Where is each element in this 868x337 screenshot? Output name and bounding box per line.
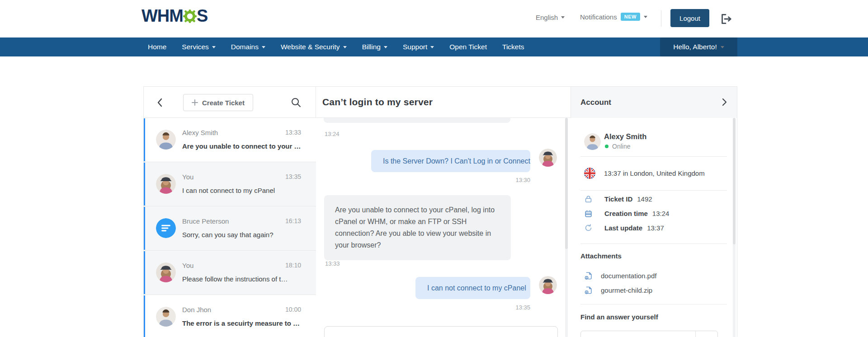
ticket-list-item[interactable]: Bruce Peterson 16:13 Sorry, can you say … [144, 206, 316, 250]
language-selector[interactable]: English [536, 14, 565, 21]
info-value: 13:24 [652, 210, 670, 217]
nav-label: Open Ticket [449, 43, 487, 51]
divider [580, 304, 727, 304]
unread-accent-bar [144, 295, 145, 337]
scrollbar-thumb[interactable] [733, 118, 736, 244]
message-time: 13:33 [325, 260, 340, 267]
account-user-name: Alexy Smith [604, 132, 646, 141]
scrollbar-thumb[interactable] [565, 118, 568, 249]
nav-label: Home [148, 43, 166, 51]
message-bubble-outgoing: Is the Server Down? I Can't Log in or Co… [371, 150, 530, 172]
uk-flag-icon [584, 168, 595, 179]
attachments-title: Attachments [580, 252, 622, 260]
chat-title: Can’t login to my server [322, 97, 433, 108]
accent-bar [144, 251, 145, 294]
attachment-link[interactable]: gourmet-child.zip [584, 286, 652, 295]
chevron-down-icon [384, 46, 387, 48]
nav-item-tickets[interactable]: Tickets [502, 43, 524, 51]
chevron-down-icon [644, 16, 647, 18]
notifications-menu[interactable]: Notifications NEW [580, 13, 647, 21]
info-label: Last update [604, 224, 642, 232]
ticket-sender: Don Jhon [182, 306, 211, 314]
ticket-preview: I can not connect to my cPanel [182, 187, 275, 194]
nav-item-website-security[interactable]: Website & Security [281, 43, 347, 51]
nav-item-support[interactable]: Support [403, 43, 434, 51]
user-menu[interactable]: Hello, Alberto! [660, 37, 737, 56]
info-value: 13:37 [647, 224, 664, 232]
chevron-down-icon [430, 46, 434, 48]
gear-icon [183, 9, 197, 23]
ticket-list-item[interactable]: Alexy Smith 13:33 Are you unable to conn… [144, 118, 316, 162]
ticket-list: Alexy Smith 13:33 Are you unable to conn… [144, 118, 316, 337]
whmcs-logo[interactable]: WHM S [142, 6, 208, 26]
avatar [539, 149, 557, 167]
logout-button[interactable]: Logout [670, 9, 709, 27]
nav-item-open-ticket[interactable]: Open Ticket [449, 43, 487, 51]
back-icon[interactable] [156, 97, 165, 110]
ticket-list-item[interactable]: Don Jhon 10:00 The error is a secuirty m… [144, 295, 316, 337]
support-ticket-widget: Create Ticket Can’t login to my server A… [143, 86, 737, 337]
ticket-time: 13:35 [285, 173, 301, 180]
ticket-time: 13:33 [285, 129, 301, 136]
ticket-sender: You [182, 173, 193, 181]
input-segment-divider [695, 331, 696, 337]
logo-text-s: S [197, 6, 208, 26]
account-panel: Alexy Smith Online 13:37 in London, Unit… [571, 87, 737, 337]
nav-label: Tickets [502, 43, 524, 51]
account-scrollbar[interactable] [733, 118, 736, 337]
reply-input[interactable] [324, 326, 558, 337]
attachment-link[interactable]: documentation.pdf [584, 271, 656, 280]
online-status: Online [605, 143, 630, 150]
message-time: 13:35 [415, 304, 530, 311]
file-download-icon [584, 271, 593, 280]
chevron-right-icon[interactable] [721, 98, 728, 108]
account-header: Account [571, 87, 737, 118]
nav-item-domains[interactable]: Domains [231, 43, 265, 51]
ticket-list-item[interactable]: You 18:10 Please follow the instructions… [144, 250, 316, 295]
avatar [156, 262, 176, 282]
ticket-time: 16:13 [285, 217, 301, 225]
language-label: English [536, 14, 558, 21]
account-title: Account [580, 98, 611, 107]
greeting-label: Hello, Alberto! [673, 43, 717, 51]
avatar [584, 133, 601, 150]
nav-label: Website & Security [281, 43, 340, 51]
divider [580, 190, 727, 191]
attachment-name: gourmet-child.zip [601, 286, 652, 294]
ticket-time: 18:10 [285, 262, 301, 269]
local-time: 13:37 in London, United Kingdom [604, 169, 705, 177]
chevron-down-icon [721, 46, 724, 48]
nav-item-home[interactable]: Home [148, 43, 166, 51]
calendar-icon [584, 209, 593, 218]
knowledgebase-search-input[interactable] [580, 331, 718, 337]
unread-accent-bar [144, 118, 145, 161]
nav-item-billing[interactable]: Billing [362, 43, 387, 51]
ticket-id-row: Ticket ID 1492 [584, 195, 652, 203]
info-label: Creation time [604, 210, 648, 217]
sign-out-icon[interactable] [719, 12, 732, 28]
chat-header: Can’t login to my server [316, 87, 571, 118]
accent-bar [144, 207, 145, 250]
refresh-icon [584, 224, 593, 232]
ticket-sender: Alexy Smith [182, 129, 218, 136]
header-divider [661, 10, 661, 27]
create-ticket-label: Create Ticket [202, 99, 245, 107]
create-ticket-button[interactable]: Create Ticket [183, 94, 253, 111]
divider [580, 243, 727, 244]
message-bubble-outgoing: I can not connect to my cPanel [415, 277, 530, 299]
ticket-time: 10:00 [285, 306, 301, 313]
chat-scrollbar[interactable] [565, 118, 568, 337]
ticket-list-header: Create Ticket [144, 87, 316, 118]
search-icon[interactable] [291, 97, 302, 110]
avatar [539, 276, 557, 294]
ticket-list-item[interactable]: You 13:35 I can not connect to my cPanel [144, 162, 316, 206]
last-update-row: Last update 13:37 [584, 224, 664, 232]
avatar [156, 174, 176, 194]
file-download-icon [584, 286, 593, 295]
nav-item-services[interactable]: Services [182, 43, 215, 51]
nav-label: Services [182, 43, 208, 51]
nav-label: Domains [231, 43, 259, 51]
chevron-down-icon [561, 16, 565, 19]
ticket-sender: Bruce Peterson [182, 217, 229, 225]
find-answer-title: Find an answer yourself [580, 313, 658, 321]
